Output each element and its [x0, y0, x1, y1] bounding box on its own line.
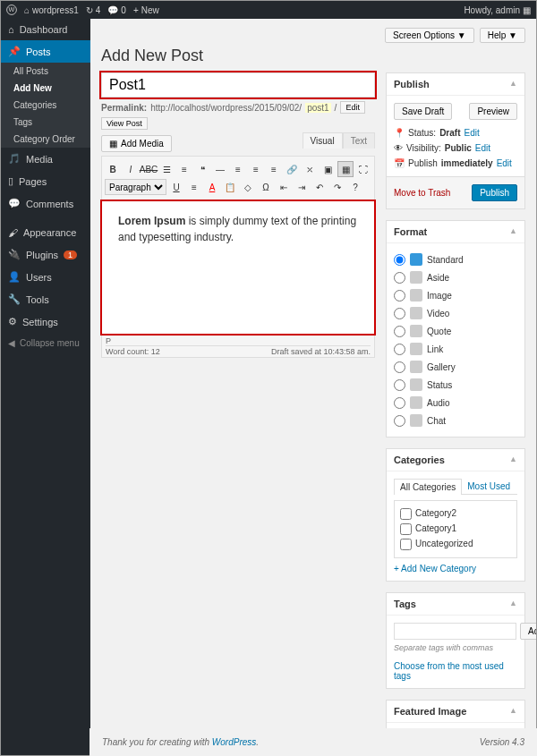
comments-link[interactable]: 💬0 [107, 5, 126, 15]
menu-posts[interactable]: 📌Posts [1, 40, 90, 63]
submenu-add-new[interactable]: Add New [1, 80, 90, 97]
menu-settings[interactable]: ⚙Settings [1, 310, 90, 333]
format-option-aside[interactable]: Aside [394, 268, 517, 286]
permalink-edit-button[interactable]: Edit [340, 101, 365, 114]
specialchar-button[interactable]: Ω [258, 179, 274, 195]
user-icon: 👤 [8, 271, 21, 283]
textcolor-button[interactable]: A [204, 179, 220, 195]
featured-header[interactable]: Featured Image▲ [387, 701, 524, 723]
howdy-link[interactable]: Howdy, admin ▦ [464, 5, 531, 15]
publish-header[interactable]: Publish▲ [387, 73, 524, 96]
comment-icon: 💬 [107, 5, 118, 15]
site-link[interactable]: ⌂wordpress1 [24, 5, 79, 15]
submenu-categories[interactable]: Categories [1, 97, 90, 114]
format-option-audio[interactable]: Audio [394, 394, 517, 412]
format-option-chat[interactable]: Chat [394, 412, 517, 429]
category-checkbox[interactable]: Category2 [400, 506, 511, 522]
more-button[interactable]: ▣ [320, 161, 336, 177]
outdent-button[interactable]: ⇤ [276, 179, 292, 195]
underline-button[interactable]: U [168, 179, 184, 195]
screen-options-button[interactable]: Screen Options ▼ [385, 28, 474, 43]
tab-text[interactable]: Text [343, 132, 375, 149]
help-button[interactable]: Help ▼ [480, 28, 525, 43]
format-option-link[interactable]: Link [394, 340, 517, 358]
link-button[interactable]: 🔗 [284, 161, 300, 177]
menu-tools[interactable]: 🔧Tools [1, 288, 90, 310]
format-select[interactable]: Paragraph [105, 179, 166, 195]
ol-button[interactable]: ≡ [176, 161, 192, 177]
plugins-badge: 1 [64, 251, 77, 259]
format-option-image[interactable]: Image [394, 286, 517, 304]
strike-button[interactable]: ABC [141, 161, 157, 177]
tab-most-used[interactable]: Most Used [462, 479, 516, 495]
menu-appearance[interactable]: 🖌Appearance [1, 222, 90, 243]
justify-button[interactable]: ≡ [186, 179, 202, 195]
menu-plugins[interactable]: 🔌Plugins1 [1, 243, 90, 266]
menu-media[interactable]: 🎵Media [1, 148, 90, 170]
add-media-button[interactable]: ▦Add Media [101, 135, 172, 152]
format-header[interactable]: Format▲ [387, 221, 524, 243]
indent-button[interactable]: ⇥ [294, 179, 310, 195]
wp-logo[interactable]: W [6, 4, 17, 15]
tags-input[interactable] [394, 623, 516, 640]
category-checkbox[interactable]: Uncategorized [400, 537, 511, 552]
category-checkbox[interactable]: Category1 [400, 522, 511, 537]
submenu-all-posts[interactable]: All Posts [1, 63, 90, 80]
paste-button[interactable]: 📋 [222, 179, 238, 195]
align-right-button[interactable]: ≡ [266, 161, 282, 177]
preview-button[interactable]: Preview [469, 103, 517, 120]
undo-button[interactable]: ↶ [311, 179, 328, 195]
new-link[interactable]: +New [133, 5, 159, 15]
submenu-tags[interactable]: Tags [1, 114, 90, 131]
edit-publish-link[interactable]: Edit [497, 158, 512, 168]
updates-link[interactable]: ↻4 [86, 5, 101, 15]
key-icon: 📍 [394, 128, 405, 138]
toolbar-toggle-button[interactable]: ▦ [337, 161, 354, 177]
unlink-button[interactable]: ⤫ [302, 161, 318, 177]
edit-visibility-link[interactable]: Edit [475, 143, 490, 153]
clear-button[interactable]: ◇ [240, 179, 256, 195]
menu-comments[interactable]: 💬Comments [1, 192, 90, 215]
save-draft-button[interactable]: Save Draft [394, 103, 452, 120]
tags-header[interactable]: Tags▲ [387, 593, 524, 616]
quote-button[interactable]: ❝ [194, 161, 210, 177]
camera-icon: ▦ [109, 139, 117, 149]
gear-icon: ⚙ [8, 316, 17, 327]
page-icon: ▯ [8, 175, 13, 187]
format-option-quote[interactable]: Quote [394, 322, 517, 340]
move-to-trash-link[interactable]: Move to Trash [394, 188, 450, 198]
menu-pages[interactable]: ▯Pages [1, 170, 90, 192]
bold-button[interactable]: B [105, 161, 121, 177]
format-option-standard[interactable]: Standard [394, 251, 517, 268]
align-center-button[interactable]: ≡ [248, 161, 264, 177]
fullscreen-button[interactable]: ⛶ [355, 161, 371, 177]
post-title-input[interactable] [101, 72, 375, 98]
choose-tags-link[interactable]: Choose from the most used tags [394, 661, 517, 681]
add-tag-button[interactable]: Add [520, 623, 536, 640]
tab-all-categories[interactable]: All Categories [394, 479, 462, 495]
ul-button[interactable]: ☰ [158, 161, 175, 177]
wordpress-link[interactable]: WordPress [212, 737, 256, 747]
view-post-button[interactable]: View Post [101, 117, 148, 130]
add-new-category-link[interactable]: + Add New Category [394, 564, 476, 573]
collapse-icon: ◀ [8, 338, 15, 348]
refresh-icon: ↻ [86, 5, 93, 15]
align-left-button[interactable]: ≡ [230, 161, 246, 177]
redo-button[interactable]: ↷ [329, 179, 345, 195]
menu-users[interactable]: 👤Users [1, 266, 90, 288]
help-button-editor[interactable]: ? [347, 179, 363, 195]
italic-button[interactable]: I [123, 161, 139, 177]
editor-content[interactable]: Lorem Ipsum is simply dummy text of the … [101, 200, 375, 335]
format-option-video[interactable]: Video [394, 304, 517, 322]
collapse-menu[interactable]: ◀Collapse menu [1, 333, 90, 353]
edit-status-link[interactable]: Edit [464, 128, 479, 138]
tab-visual[interactable]: Visual [303, 132, 343, 149]
hr-button[interactable]: — [212, 161, 228, 177]
format-option-gallery[interactable]: Gallery [394, 358, 517, 376]
page-title: Add New Post [101, 47, 525, 65]
menu-dashboard[interactable]: ⌂Dashboard [1, 19, 90, 40]
submenu-category-order[interactable]: Category Order [1, 131, 90, 148]
publish-button[interactable]: Publish [472, 184, 517, 201]
format-option-status[interactable]: Status [394, 376, 517, 394]
categories-header[interactable]: Categories▲ [387, 449, 524, 471]
